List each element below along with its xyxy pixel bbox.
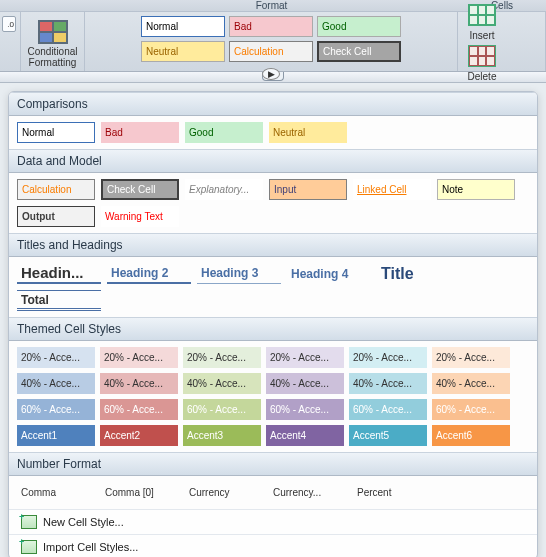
style-good[interactable]: Good bbox=[185, 122, 263, 143]
style-linked-cell[interactable]: Linked Cell bbox=[353, 179, 431, 200]
styles-panel: Comparisons NormalBadGoodNeutral Data an… bbox=[8, 91, 538, 557]
style-accent1-20%[interactable]: 20% - Acce... bbox=[17, 347, 95, 368]
conditional-formatting-icon bbox=[38, 20, 68, 44]
style-check-cell[interactable]: Check Cell bbox=[317, 41, 401, 62]
numfmt-currency-[interactable]: Currency... bbox=[269, 482, 347, 503]
conditional-formatting-label: ConditionalFormatting bbox=[27, 46, 77, 68]
style-accent2-20%[interactable]: 20% - Acce... bbox=[100, 347, 178, 368]
style-accent3-20%[interactable]: 20% - Acce... bbox=[183, 347, 261, 368]
ribbon: Format Cells .0 ConditionalFormatting No… bbox=[0, 0, 546, 72]
conditional-formatting-button[interactable]: ConditionalFormatting bbox=[21, 18, 85, 68]
delete-button[interactable]: Delete bbox=[462, 45, 502, 82]
style-accent5[interactable]: Accent5 bbox=[349, 425, 427, 446]
style-calculation[interactable]: Calculation bbox=[17, 179, 95, 200]
new-cell-style[interactable]: New Cell Style... bbox=[9, 509, 537, 534]
style-total[interactable]: Total bbox=[17, 290, 101, 311]
style-accent4-60%[interactable]: 60% - Acce... bbox=[266, 399, 344, 420]
style-neutral[interactable]: Neutral bbox=[141, 41, 225, 62]
style-warning-text[interactable]: Warning Text bbox=[101, 206, 179, 227]
style-accent4-40%[interactable]: 40% - Acce... bbox=[266, 373, 344, 394]
numfmt-percent[interactable]: Percent bbox=[353, 482, 431, 503]
style-accent1-40%[interactable]: 40% - Acce... bbox=[17, 373, 95, 394]
style-calculation[interactable]: Calculation bbox=[229, 41, 313, 62]
insert-icon bbox=[468, 4, 496, 26]
numfmt-currency[interactable]: Currency bbox=[185, 482, 263, 503]
import-cell-styles[interactable]: Import Cell Styles... bbox=[9, 534, 537, 557]
cells-group: Insert Delete bbox=[458, 12, 546, 71]
style-normal[interactable]: Normal bbox=[141, 16, 225, 37]
style-accent6-60%[interactable]: 60% - Acce... bbox=[432, 399, 510, 420]
insert-button[interactable]: Insert bbox=[462, 4, 502, 41]
style-explanatory-[interactable]: Explanatory... bbox=[185, 179, 263, 200]
style-input[interactable]: Input bbox=[269, 179, 347, 200]
delete-icon bbox=[468, 45, 496, 67]
gallery-more-button[interactable]: ▶ bbox=[262, 68, 280, 80]
style-heading-3[interactable]: Heading 3 bbox=[197, 263, 281, 284]
new-style-icon bbox=[21, 515, 37, 529]
style-accent6-20%[interactable]: 20% - Acce... bbox=[432, 347, 510, 368]
style-accent5-40%[interactable]: 40% - Acce... bbox=[349, 373, 427, 394]
number-format-group: .0 bbox=[0, 12, 21, 71]
style-note[interactable]: Note bbox=[437, 179, 515, 200]
section-data-model: Data and Model bbox=[9, 149, 537, 173]
style-neutral[interactable]: Neutral bbox=[269, 122, 347, 143]
style-accent2-40%[interactable]: 40% - Acce... bbox=[100, 373, 178, 394]
section-themed: Themed Cell Styles bbox=[9, 317, 537, 341]
style-accent5-60%[interactable]: 60% - Acce... bbox=[349, 399, 427, 420]
style-normal[interactable]: Normal bbox=[17, 122, 95, 143]
conditional-formatting-group: ConditionalFormatting bbox=[21, 12, 85, 71]
style-accent2[interactable]: Accent2 bbox=[100, 425, 178, 446]
style-accent4-20%[interactable]: 20% - Acce... bbox=[266, 347, 344, 368]
style-accent3-40%[interactable]: 40% - Acce... bbox=[183, 373, 261, 394]
style-accent3[interactable]: Accent3 bbox=[183, 425, 261, 446]
style-accent5-20%[interactable]: 20% - Acce... bbox=[349, 347, 427, 368]
style-heading-2[interactable]: Heading 2 bbox=[107, 263, 191, 284]
style-bad[interactable]: Bad bbox=[101, 122, 179, 143]
style-accent6[interactable]: Accent6 bbox=[432, 425, 510, 446]
style-accent3-60%[interactable]: 60% - Acce... bbox=[183, 399, 261, 420]
decimal-box[interactable]: .0 bbox=[2, 16, 16, 32]
style-accent1-60%[interactable]: 60% - Acce... bbox=[17, 399, 95, 420]
style-good[interactable]: Good bbox=[317, 16, 401, 37]
style-accent2-60%[interactable]: 60% - Acce... bbox=[100, 399, 178, 420]
import-style-icon bbox=[21, 540, 37, 554]
style-heading-4[interactable]: Heading 4 bbox=[287, 263, 371, 284]
group-label-format: Format bbox=[85, 0, 458, 11]
numfmt-comma[interactable]: Comma bbox=[17, 482, 95, 503]
section-comparisons: Comparisons bbox=[9, 92, 537, 116]
style-check-cell[interactable]: Check Cell bbox=[101, 179, 179, 200]
style-headin-[interactable]: Headin... bbox=[17, 263, 101, 284]
style-accent1[interactable]: Accent1 bbox=[17, 425, 95, 446]
style-accent6-40%[interactable]: 40% - Acce... bbox=[432, 373, 510, 394]
styles-gallery: Normal Bad Good Neutral Calculation Chec… bbox=[85, 12, 458, 71]
numfmt-comma-0-[interactable]: Comma [0] bbox=[101, 482, 179, 503]
style-bad[interactable]: Bad bbox=[229, 16, 313, 37]
section-number-format: Number Format bbox=[9, 452, 537, 476]
section-titles: Titles and Headings bbox=[9, 233, 537, 257]
style-output[interactable]: Output bbox=[17, 206, 95, 227]
style-title[interactable]: Title bbox=[377, 263, 461, 284]
style-accent4[interactable]: Accent4 bbox=[266, 425, 344, 446]
